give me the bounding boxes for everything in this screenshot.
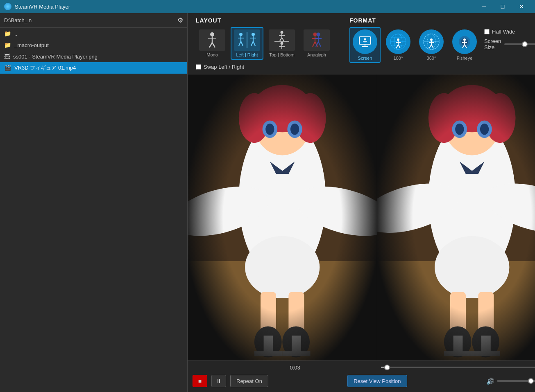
video-icon: 🎬 [4,65,11,71]
format-options: Screen [349,27,480,63]
image-icon: 🖼 [4,53,10,60]
swap-checkbox-row: Swap Left / Right [196,64,333,70]
format-btn-fisheye[interactable]: Fisheye [449,27,480,63]
format-label-screen: Screen [358,56,372,61]
file-name: ss001 - SteamVR Media Player.png [13,54,97,60]
maximize-button[interactable]: □ [493,0,512,13]
format-icon-360 [419,29,444,54]
svg-line-28 [313,42,315,47]
svg-point-38 [364,38,366,41]
layout-icon-mono [199,29,225,51]
close-button[interactable]: ✕ [512,0,531,13]
layout-options: Mono [196,27,333,60]
layout-btn-top-bottom[interactable]: Top | Bottom [265,27,298,60]
progress-row: 0:03 -1:17 [193,364,535,371]
file-item-screenshot[interactable]: 🖼 ss001 - SteamVR Media Player.png [0,51,187,62]
svg-rect-94 [282,351,310,356]
svg-point-11 [252,33,255,36]
layout-btn-mono[interactable]: Mono [196,27,229,60]
layout-label-left-right: Left | Right [236,52,258,57]
progress-bar[interactable] [381,364,535,371]
volume-slider[interactable] [497,380,535,382]
stop-button[interactable]: ■ [193,375,207,387]
format-btn-screen[interactable]: Screen [349,27,381,63]
svg-point-109 [456,124,464,135]
svg-rect-93 [254,351,282,356]
screen-size-slider[interactable] [504,43,535,45]
format-btn-180[interactable]: 180° [383,27,414,63]
layout-btn-left-right[interactable]: Left | Right [231,27,263,60]
half-wide-row: Half Wide [484,29,535,35]
file-item-video[interactable]: 🎬 VR3D フィギュア 01.mp4 [0,62,187,74]
progress-thumb[interactable] [384,365,390,370]
svg-point-85 [290,124,299,135]
bottom-controls: 0:03 -1:17 ■ ⏸ Repeat On Reset View Pos [188,360,535,392]
layout-label-anaglyph: Anaglyph [307,52,326,57]
repeat-button[interactable]: Repeat On [230,375,268,387]
svg-point-22 [281,42,283,45]
app-title: SteamVR Media Player [15,4,474,10]
pause-button[interactable]: ⏸ [211,375,226,387]
svg-point-16 [281,31,283,34]
app-icon [4,3,11,10]
svg-point-110 [480,124,489,135]
format-btn-360[interactable]: 360° [416,27,447,63]
bottom-action-row: ■ ⏸ Repeat On Reset View Position 🔊 33 [193,373,535,389]
svg-point-47 [397,38,399,41]
svg-line-9 [241,41,243,46]
swap-checkbox[interactable] [196,64,201,70]
layout-btn-anaglyph[interactable]: Anaglyph [300,27,333,60]
folder-icon: 📁 [4,30,11,37]
svg-line-14 [251,41,253,46]
svg-rect-71 [188,174,189,298]
video-area [188,74,535,360]
format-title: FORMAT [349,17,535,24]
folder-icon: 📁 [4,42,11,48]
svg-rect-119 [472,351,500,356]
svg-point-5 [239,33,243,36]
volume-section: 🔊 33 [486,377,535,385]
svg-point-56 [430,38,433,41]
layout-section: LAYOUT [196,17,333,70]
format-label-180: 180° [394,56,403,61]
svg-line-34 [318,42,321,47]
progress-bar-bg [381,367,535,368]
layout-icon-anaglyph [304,29,330,51]
video-canvas [188,74,535,360]
svg-line-19 [280,38,282,41]
volume-icon[interactable]: 🔊 [486,377,494,385]
current-time: 0:03 [212,365,378,371]
video-left [188,74,377,360]
right-panel: LAYOUT [188,13,535,392]
settings-icon[interactable]: ⚙ [177,16,183,24]
screen-format-icon [353,29,377,54]
minimize-button[interactable]: ─ [474,0,493,13]
screen-size-label: Screen Size [484,38,501,50]
swap-label[interactable]: Swap Left / Right [204,64,244,70]
svg-point-77 [245,236,320,298]
current-path: D:\Batch_in [4,17,177,23]
video-bg-left [188,74,377,360]
layout-label-top-bottom: Top | Bottom [269,52,295,57]
reset-view-button[interactable]: Reset View Position [347,375,407,387]
file-browser: D:\Batch_in ⚙ 📁 .. 📁 _macro-output 🖼 ss0… [0,13,188,392]
half-wide-checkbox[interactable] [484,29,490,34]
file-item-macro-output[interactable]: 📁 _macro-output [0,39,187,51]
file-list: 📁 .. 📁 _macro-output 🖼 ss001 - SteamVR M… [0,28,187,392]
controls-panel: LAYOUT [188,13,535,74]
format-options-row: Screen [349,27,535,63]
window-controls: ─ □ ✕ [474,0,531,13]
screen-size-row: Screen Size 1.0x [484,38,535,50]
svg-line-8 [239,41,241,46]
file-item-parent[interactable]: 📁 .. [0,28,187,39]
svg-line-4 [212,43,215,47]
format-icon-180 [386,29,410,54]
half-wide-label[interactable]: Half Wide [492,29,515,35]
layout-title: LAYOUT [196,17,333,24]
format-icon-fisheye [452,29,477,54]
svg-point-84 [265,124,274,135]
svg-point-0 [210,32,214,36]
svg-point-64 [463,38,466,41]
titlebar: SteamVR Media Player ─ □ ✕ [0,0,535,13]
sidebar-header: D:\Batch_in ⚙ [0,13,187,28]
